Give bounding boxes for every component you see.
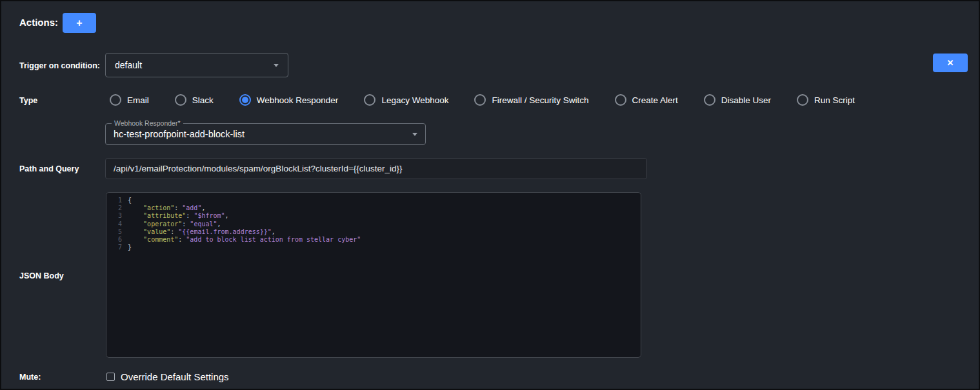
override-default-settings-option[interactable]: Override Default Settings [106,371,229,382]
type-option-legacy-webhook[interactable]: Legacy Webhook [364,94,448,106]
add-action-button[interactable]: + [63,13,96,33]
type-option-label: Email [127,95,149,105]
type-option-run-script[interactable]: Run Script [797,94,855,106]
line-number: 4 [112,220,122,228]
radio-icon[interactable] [110,94,121,106]
line-number: 6 [112,236,122,244]
mute-label: Mute: [19,373,41,382]
line-number: 3 [112,212,122,220]
override-default-settings-checkbox[interactable] [106,373,115,381]
type-option-webhook-responder[interactable]: Webhook Responder [239,94,339,106]
webhook-responder-value: hc-test-proofpoint-add-block-list [114,129,407,139]
type-option-label: Disable User [721,95,771,105]
json-body-label: JSON Body [19,271,64,280]
plus-icon: + [76,17,82,29]
actions-title: Actions: [19,17,58,28]
type-option-label: Slack [192,95,214,105]
radio-icon[interactable] [704,94,715,106]
type-option-label: Webhook Responder [257,95,339,105]
trigger-condition-select[interactable]: default [105,53,288,77]
type-option-label: Run Script [814,95,855,105]
trigger-condition-label: Trigger on condition: [19,61,100,70]
webhook-responder-select[interactable]: Webhook Responder* hc-test-proofpoint-ad… [105,123,426,145]
line-number: 7 [112,244,122,251]
type-option-create-alert[interactable]: Create Alert [615,94,678,106]
chevron-down-icon [412,133,417,136]
type-option-firewall-security-switch[interactable]: Firewall / Security Switch [474,94,588,106]
type-label: Type [19,96,37,105]
webhook-responder-label: Webhook Responder* [112,119,183,127]
code-line: 2 "action": "add", [112,204,635,212]
type-option-label: Firewall / Security Switch [492,95,588,105]
line-number: 5 [112,228,122,236]
action-config-panel: Actions: + ✕ Trigger on condition: defau… [0,0,980,390]
json-body-editor[interactable]: 1{2 "action": "add",3 "attribute": "$hfr… [106,192,641,358]
radio-icon[interactable] [175,94,186,106]
radio-selected-icon[interactable] [239,94,251,106]
type-option-label: Create Alert [632,95,678,105]
chevron-down-icon [274,64,279,67]
code-line: 7} [112,244,635,251]
radio-icon[interactable] [797,94,808,106]
type-radio-group: EmailSlackWebhook ResponderLegacy Webhoo… [110,94,855,106]
override-default-settings-label: Override Default Settings [121,371,229,382]
line-number: 1 [112,197,122,204]
path-and-query-label: Path and Query [19,164,79,173]
radio-icon[interactable] [615,94,626,106]
code-line: 6 "comment": "add to block list action f… [112,236,635,244]
type-option-slack[interactable]: Slack [175,94,214,106]
code-line: 1{ [112,197,635,204]
path-and-query-input[interactable] [105,158,647,179]
type-option-disable-user[interactable]: Disable User [704,94,771,106]
close-icon: ✕ [947,58,954,68]
code-line: 3 "attribute": "$hfrom", [112,212,635,220]
code-line: 4 "operator": "equal", [112,220,635,228]
trigger-condition-value: default [115,60,268,70]
type-option-email[interactable]: Email [110,94,149,106]
radio-icon[interactable] [364,94,375,106]
line-number: 2 [112,204,122,212]
code-line: 5 "value": "{{email.from.address}}", [112,228,635,236]
radio-icon[interactable] [474,94,486,106]
remove-action-button[interactable]: ✕ [933,54,968,72]
type-option-label: Legacy Webhook [381,95,448,105]
